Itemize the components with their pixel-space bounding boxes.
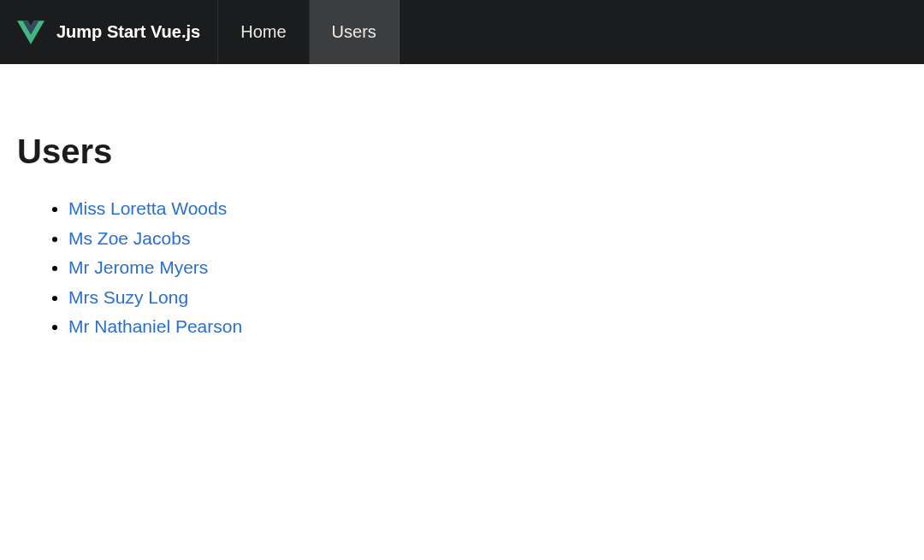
nav-item-users[interactable]: Users [310, 0, 400, 64]
main-content: Users Miss Loretta Woods Ms Zoe Jacobs M… [0, 64, 924, 341]
list-item: Miss Loretta Woods [68, 195, 924, 223]
list-item: Mr Nathaniel Pearson [68, 313, 924, 341]
list-item: Mr Jerome Myers [68, 254, 924, 282]
navbar: Jump Start Vue.js Home Users [0, 0, 924, 64]
brand[interactable]: Jump Start Vue.js [0, 0, 218, 64]
user-link[interactable]: Mr Nathaniel Pearson [68, 316, 242, 336]
user-link[interactable]: Ms Zoe Jacobs [68, 228, 190, 248]
list-item: Ms Zoe Jacobs [68, 225, 924, 253]
list-item: Mrs Suzy Long [68, 284, 924, 312]
user-link[interactable]: Miss Loretta Woods [68, 198, 227, 218]
user-link[interactable]: Mrs Suzy Long [68, 287, 188, 307]
page-title: Users [17, 133, 924, 171]
user-link[interactable]: Mr Jerome Myers [68, 257, 208, 277]
brand-text: Jump Start Vue.js [56, 22, 200, 42]
user-list: Miss Loretta Woods Ms Zoe Jacobs Mr Jero… [17, 195, 924, 341]
nav-item-home[interactable]: Home [218, 0, 309, 64]
vue-logo-icon [17, 19, 44, 46]
